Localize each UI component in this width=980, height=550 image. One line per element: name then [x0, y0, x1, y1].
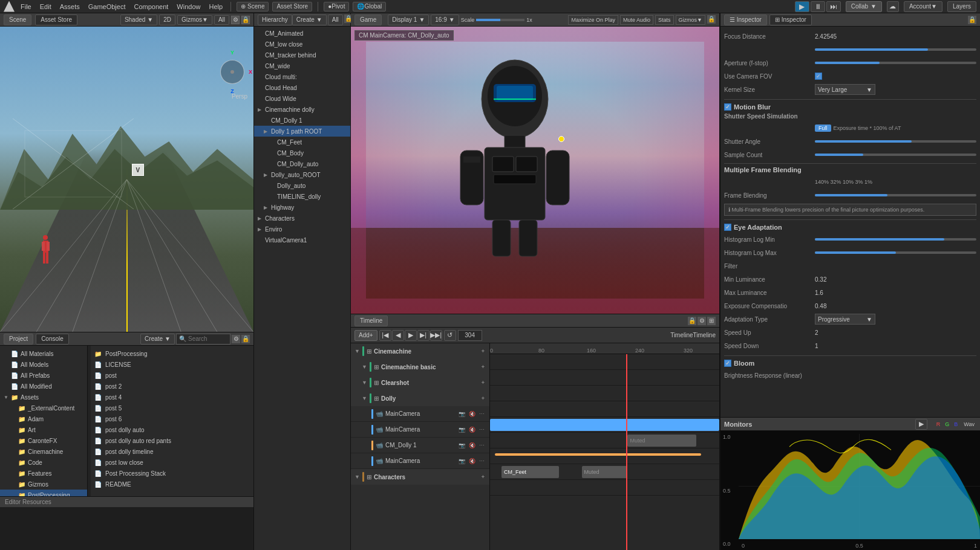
aspect-dropdown[interactable]: 16:9▼ — [431, 15, 459, 25]
file-item-2[interactable]: 📄 post — [91, 370, 253, 381]
stats-btn[interactable]: Stats — [655, 15, 674, 25]
file-item-6[interactable]: 📄 post 6 — [91, 413, 253, 424]
track-header-2[interactable]: ▼ ⊞ Clearshot + — [351, 375, 489, 390]
monitors-r-btn[interactable]: R — [935, 420, 942, 429]
tree-item-5[interactable]: 📁 _ExternalContent — [0, 403, 87, 413]
hier-item-1[interactable]: CM_low close — [254, 39, 350, 50]
frame-blending-slider[interactable] — [815, 194, 976, 196]
tl-next-btn[interactable]: ▶| — [417, 330, 430, 341]
tree-item-2[interactable]: 📄 All Prefabs — [0, 370, 87, 381]
track-header-5[interactable]: 📹 MainCamera 📷🔇⋯ — [351, 422, 489, 438]
file-item-10[interactable]: 📄 post low close — [91, 457, 253, 468]
track-more-icon[interactable]: ⋯ — [478, 458, 486, 464]
tree-item-10[interactable]: 📁 Code — [0, 457, 87, 468]
track-header-6[interactable]: 📹 CM_Dolly 1 📷🔇⋯ — [351, 438, 489, 453]
scene-tab[interactable]: Scene — [4, 15, 31, 25]
tl-settings[interactable]: ⚙ — [697, 317, 706, 325]
monitors-g-btn[interactable]: G — [943, 420, 951, 429]
tree-item-4[interactable]: ▼ 📁 Assets — [0, 392, 87, 403]
hier-item-14[interactable]: Dolly_auto — [254, 180, 350, 191]
tree-item-3[interactable]: 📄 All Modified — [0, 381, 87, 392]
hierarchy-create-btn[interactable]: Create▼ — [292, 15, 327, 25]
track-add-icon[interactable]: + — [480, 474, 486, 480]
track-mute-icon[interactable]: 🔇 — [468, 411, 477, 417]
file-item-8[interactable]: 📄 post dolly auto red pants — [91, 435, 253, 446]
track-add-icon[interactable]: + — [480, 364, 486, 370]
menu-help[interactable]: Help — [206, 3, 225, 10]
tl-lock[interactable]: 🔒 — [688, 317, 696, 325]
hier-item-4[interactable]: Cloud multi: — [254, 71, 350, 82]
hier-item-9[interactable]: ▶ Dolly 1 path ROOT — [254, 126, 350, 137]
tl-loop-btn[interactable]: ↺ — [444, 330, 456, 341]
track-camera-icon[interactable]: 📷 — [457, 458, 466, 464]
tree-item-6[interactable]: 📁 Adam — [0, 413, 87, 424]
tl-play-btn[interactable]: ▶ — [405, 330, 417, 341]
monitors-play-btn[interactable]: ▶ — [915, 419, 927, 430]
clip-labeled-7[interactable]: CM_Feet — [501, 466, 559, 478]
focus-distance-slider[interactable] — [815, 48, 976, 51]
aperture-slider[interactable] — [815, 62, 976, 64]
track-header-7[interactable]: 📹 MainCamera 📷🔇⋯ — [351, 453, 489, 469]
track-add-icon[interactable]: + — [480, 348, 486, 354]
scale-slider[interactable] — [476, 19, 524, 21]
game-lock[interactable]: 🔒 — [707, 15, 716, 24]
menu-assets[interactable]: Assets — [57, 3, 82, 10]
shutter-angle-slider[interactable] — [815, 140, 976, 143]
step-button[interactable]: ⏭ — [826, 1, 841, 12]
hier-item-19[interactable]: VirtualCamera1 — [254, 235, 350, 245]
track-header-4[interactable]: 📹 MainCamera 📷🔇⋯ — [351, 406, 489, 422]
monitors-b-btn[interactable]: B — [952, 420, 959, 429]
menu-file[interactable]: File — [18, 3, 34, 10]
tl-start-btn[interactable]: |◀ — [379, 330, 391, 341]
file-item-9[interactable]: 📄 post dolly timeline — [91, 446, 253, 457]
hier-item-10[interactable]: CM_Feet — [254, 137, 350, 147]
project-tab[interactable]: Project — [4, 334, 33, 345]
collab-button[interactable]: Collab ▼ — [846, 1, 882, 12]
min-lum-value[interactable]: 0.32 — [815, 276, 976, 283]
hierarchy-all-btn[interactable]: All — [328, 15, 343, 25]
project-search[interactable]: 🔍 — [176, 334, 230, 345]
max-lum-value[interactable]: 1.6 — [815, 290, 976, 296]
tl-end-btn[interactable]: ▶▶| — [430, 330, 442, 341]
full-button[interactable]: Full — [815, 125, 831, 132]
track-more-icon[interactable]: ⋯ — [478, 442, 486, 448]
tree-item-13[interactable]: 📁 PostProcessing — [0, 490, 87, 496]
hier-item-18[interactable]: ▶ Enviro — [254, 224, 350, 235]
asset-store-btn[interactable]: Asset Store — [272, 2, 312, 11]
hier-item-7[interactable]: ▶ Cinemachine dolly — [254, 104, 350, 115]
playhead[interactable] — [626, 354, 627, 550]
project-settings[interactable]: ⚙ — [232, 335, 240, 343]
tree-item-7[interactable]: 📁 Art — [0, 424, 87, 435]
tree-item-0[interactable]: 📄 All Materials — [0, 348, 87, 359]
track-mute-icon[interactable]: 🔇 — [468, 458, 477, 464]
scene-settings[interactable]: ⚙ — [231, 16, 240, 24]
file-item-12[interactable]: 📄 README — [91, 479, 253, 490]
scene-lock[interactable]: 🔒 — [241, 16, 250, 24]
gizmos-btn[interactable]: Gizmos▼ — [676, 15, 705, 25]
kernel-size-value[interactable]: Very Large▼ — [815, 84, 875, 95]
file-item-7[interactable]: 📄 post dolly auto — [91, 424, 253, 435]
asset-store-tab[interactable]: Asset Store — [35, 15, 77, 25]
hier-item-12[interactable]: CM_Dolly_auto — [254, 158, 350, 169]
file-item-0[interactable]: 📁 PostProcessing — [91, 348, 253, 359]
timeline-tab[interactable]: Timeline — [354, 315, 388, 326]
menu-edit[interactable]: Edit — [38, 3, 54, 10]
tl-maximize[interactable]: ⊞ — [707, 317, 716, 325]
scene-btn[interactable]: ⊕ Scene — [237, 2, 269, 11]
hier-item-6[interactable]: Cloud Wide — [254, 93, 350, 104]
adapt-type-value[interactable]: Progressive▼ — [815, 314, 875, 325]
track-camera-icon[interactable]: 📷 — [457, 427, 466, 433]
display-dropdown[interactable]: Display 1▼ — [388, 15, 429, 25]
hier-item-17[interactable]: ▶ Characters — [254, 213, 350, 224]
hier-item-3[interactable]: CM_wide — [254, 60, 350, 71]
eye-adapt-checkbox[interactable]: ✓ — [724, 224, 731, 231]
menu-window[interactable]: Window — [174, 3, 203, 10]
speed-down-value[interactable]: 1 — [815, 343, 976, 349]
cloud-button[interactable]: ☁ — [887, 1, 899, 12]
motion-blur-checkbox[interactable]: ✓ — [724, 103, 731, 111]
file-item-3[interactable]: 📄 post 2 — [91, 381, 253, 392]
track-header-3[interactable]: ▼ ⊞ Dolly + — [351, 390, 489, 406]
timeline-add-btn[interactable]: Add+ — [354, 330, 377, 341]
layers-button[interactable]: Layers — [947, 1, 976, 12]
track-mute-icon[interactable]: 🔇 — [468, 427, 477, 433]
